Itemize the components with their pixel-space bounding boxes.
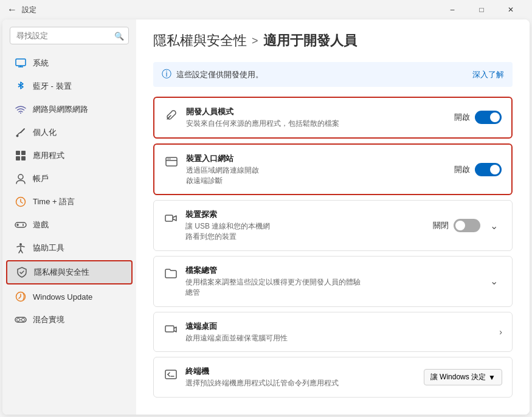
expand-btn-file-explorer[interactable]: ⌄ <box>485 273 502 290</box>
sidebar-item-apps[interactable]: 應用程式 <box>6 145 133 167</box>
learn-more-link[interactable]: 深入了解 <box>472 69 504 80</box>
sidebar-item-accessibility[interactable]: 協助工具 <box>6 237 133 259</box>
setting-icon-device-discovery <box>164 210 178 225</box>
search-input[interactable] <box>10 27 129 44</box>
toggle-knob-device-portal <box>490 165 500 174</box>
svg-rect-8 <box>21 156 26 160</box>
svg-rect-28 <box>165 215 173 221</box>
sidebar-item-privacy[interactable]: 隱私權與安全性 <box>6 260 133 284</box>
sidebar-label-network: 網路與網際網路 <box>33 104 88 115</box>
mixed-reality-icon <box>15 314 27 326</box>
setting-right-device-discovery: 關閉 ⌄ <box>433 217 502 234</box>
setting-row-remote-desktop: 遠端桌面 啟用遠端桌面並確保電腦可用性 › <box>164 321 502 343</box>
sidebar-item-gaming[interactable]: 遊戲 <box>6 214 133 236</box>
svg-rect-30 <box>165 370 176 379</box>
toggle-knob-developer-mode <box>490 112 500 122</box>
wifi-icon <box>15 103 27 115</box>
info-icon: ⓘ <box>162 68 171 81</box>
sidebar-item-time[interactable]: Time + 語言 <box>6 191 133 213</box>
setting-left-remote-desktop: 遠端桌面 啟用遠端桌面並確保電腦可用性 <box>164 321 288 343</box>
setting-text-file-explorer: 檔案總管 使用檔案來調整這些設定以獲得更方便開發人員的體驗總管 <box>185 265 361 298</box>
chevron-right-remote-desktop: › <box>499 327 502 337</box>
sidebar-item-windows-update[interactable]: Windows Update <box>6 286 133 308</box>
setting-row-developer-mode: 開發人員模式 安裝來自任何來源的應用程式，包括鬆散的檔案 開啟 <box>164 106 502 129</box>
update-icon <box>15 291 27 303</box>
close-button[interactable]: ✕ <box>497 0 525 19</box>
maximize-button[interactable]: □ <box>468 0 496 19</box>
sidebar-item-bluetooth[interactable]: 藍牙 - 裝置 <box>6 75 133 97</box>
setting-icon-device-portal <box>164 154 179 169</box>
setting-card-device-discovery: 裝置探索 讓 USB 連線和您的本機網路看到您的裝置 關閉 ⌄ <box>153 200 513 251</box>
svg-rect-5 <box>16 151 20 155</box>
setting-right-file-explorer: ⌄ <box>485 273 502 290</box>
toggle-device-discovery[interactable] <box>454 219 480 232</box>
sidebar-label-bluetooth: 藍牙 - 裝置 <box>33 81 72 92</box>
setting-text-developer-mode: 開發人員模式 安裝來自任何來源的應用程式，包括鬆散的檔案 <box>186 106 339 129</box>
setting-left-file-explorer: 檔案總管 使用檔案來調整這些設定以獲得更方便開發人員的體驗總管 <box>164 265 361 298</box>
sidebar-label-accounts: 帳戶 <box>33 173 49 184</box>
setting-status-developer-mode: 開啟 <box>454 112 470 123</box>
setting-icon-remote-desktop <box>164 322 178 337</box>
expand-btn-device-discovery[interactable]: ⌄ <box>485 217 502 234</box>
search-icon: 🔍 <box>114 31 124 40</box>
setting-icon-terminal <box>164 367 178 382</box>
sidebar-item-mixed-reality[interactable]: 混合實境 <box>6 309 133 331</box>
toggle-device-portal[interactable] <box>475 163 502 176</box>
svg-rect-0 <box>16 59 26 66</box>
sidebar-label-mixed-reality: 混合實境 <box>33 314 64 325</box>
dropdown-terminal[interactable]: 讓 Windows 決定 ▼ <box>424 369 502 385</box>
svg-point-27 <box>170 158 171 159</box>
setting-right-terminal: 讓 Windows 決定 ▼ <box>424 369 502 385</box>
setting-left-device-portal: 裝置入口網站 透過區域網路連線開啟啟遠端診斷 <box>164 153 259 186</box>
accessibility-icon <box>15 242 27 254</box>
sidebar-label-personalization: 個人化 <box>33 127 57 138</box>
setting-row-terminal: 終端機 選擇預設終端機應用程式以託管命令列應用程式 讓 Windows 決定 ▼ <box>164 366 502 388</box>
setting-card-file-explorer: 檔案總管 使用檔案來調整這些設定以獲得更方便開發人員的體驗總管 ⌄ <box>153 256 513 307</box>
minimize-button[interactable]: – <box>438 0 466 19</box>
search-box: 🔍 <box>10 27 129 44</box>
svg-point-4 <box>16 135 19 137</box>
setting-title-file-explorer: 檔案總管 <box>185 265 361 276</box>
setting-status-device-portal: 開啟 <box>454 164 470 175</box>
svg-point-15 <box>22 224 24 225</box>
setting-row-file-explorer: 檔案總管 使用檔案來調整這些設定以獲得更方便開發人員的體驗總管 ⌄ <box>164 265 502 298</box>
setting-card-developer-mode: 開發人員模式 安裝來自任何來源的應用程式，包括鬆散的檔案 開啟 <box>153 97 513 139</box>
app-title: 設定 <box>22 5 36 15</box>
back-button[interactable]: ← <box>7 4 17 15</box>
clock-icon <box>15 196 27 208</box>
breadcrumb-current: 適用于開發人員 <box>263 32 357 50</box>
info-bar: ⓘ 這些設定僅供開發使用。 深入了解 <box>153 62 513 87</box>
gamepad-icon <box>15 219 27 231</box>
setting-left-developer-mode: 開發人員模式 安裝來自任何來源的應用程式，包括鬆散的檔案 <box>164 106 339 129</box>
svg-point-16 <box>22 225 24 226</box>
toggle-developer-mode[interactable] <box>475 111 502 124</box>
sidebar-item-system[interactable]: 系統 <box>6 52 133 74</box>
setting-row-device-portal: 裝置入口網站 透過區域網路連線開啟啟遠端診斷 開啟 <box>164 153 502 186</box>
setting-text-terminal: 終端機 選擇預設終端機應用程式以託管命令列應用程式 <box>185 366 339 388</box>
sidebar-label-system: 系統 <box>33 58 49 69</box>
setting-card-remote-desktop: 遠端桌面 啟用遠端桌面並確保電腦可用性 › <box>153 312 513 353</box>
breadcrumb-arrow: > <box>252 35 258 47</box>
sidebar-item-personalization[interactable]: 個人化 <box>6 122 133 143</box>
sidebar-item-network[interactable]: 網路與網際網路 <box>6 98 133 120</box>
toggle-knob-device-discovery <box>455 221 465 230</box>
setting-desc-terminal: 選擇預設終端機應用程式以託管命令列應用程式 <box>185 378 339 388</box>
info-bar-text: 這些設定僅供開發使用。 <box>176 69 263 80</box>
svg-point-3 <box>20 112 21 114</box>
setting-title-terminal: 終端機 <box>185 366 339 377</box>
sidebar-item-accounts[interactable]: 帳戶 <box>6 168 133 190</box>
bluetooth-icon <box>15 80 27 92</box>
setting-desc-file-explorer: 使用檔案來調整這些設定以獲得更方便開發人員的體驗總管 <box>185 277 361 298</box>
setting-card-device-portal: 裝置入口網站 透過區域網路連線開啟啟遠端診斷 開啟 <box>153 143 513 196</box>
page-header: 隱私權與安全性 > 適用于開發人員 <box>153 32 513 50</box>
dropdown-arrow-terminal: ▼ <box>488 373 496 382</box>
sidebar-label-gaming: 遊戲 <box>33 219 49 230</box>
user-icon <box>15 173 27 185</box>
setting-icon-file-explorer <box>164 266 178 281</box>
sidebar-label-accessibility: 協助工具 <box>33 243 64 253</box>
setting-title-developer-mode: 開發人員模式 <box>186 106 339 117</box>
setting-card-terminal: 終端機 選擇預設終端機應用程式以託管命令列應用程式 讓 Windows 決定 ▼ <box>153 357 513 398</box>
svg-point-21 <box>22 319 25 322</box>
monitor-icon <box>15 57 27 69</box>
breadcrumb-parent: 隱私權與安全性 <box>153 32 247 50</box>
